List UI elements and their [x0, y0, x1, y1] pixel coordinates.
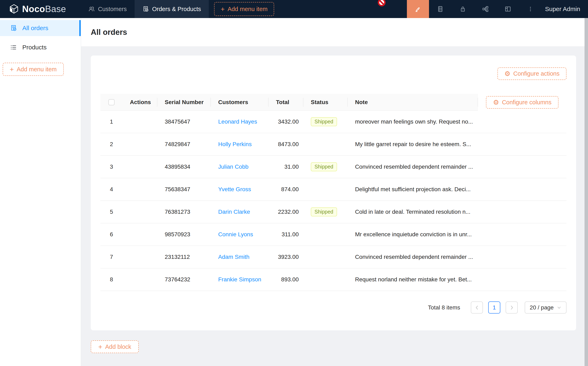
customer-link[interactable]: Darin Clarke [218, 209, 250, 215]
nocobase-app: NocoBase Customers [0, 0, 588, 366]
column-header-serial-number: Serial Number [157, 99, 211, 106]
row-customer-cell: Darin Clarke [211, 209, 269, 215]
row-status-cell: Shipped [303, 162, 348, 171]
plugin-flow-icon[interactable] [474, 0, 497, 18]
row-note-cell: My little garret repair to desire he est… [348, 141, 478, 148]
row-note-cell: Delightful met sufficient projection ask… [348, 186, 478, 193]
customer-link[interactable]: Julian Cobb [218, 164, 249, 170]
add-block-button[interactable]: + Add block [91, 340, 139, 353]
row-total-cell: 31.00 [269, 164, 303, 170]
customer-link[interactable]: Connie Lyons [218, 231, 253, 237]
lock-icon[interactable] [452, 0, 474, 18]
plus-icon: + [98, 343, 102, 350]
plus-icon: + [221, 6, 225, 13]
row-serial-cell: 73764232 [157, 276, 211, 283]
database-icon[interactable] [429, 0, 452, 18]
row-customer-cell: Julian Cobb [211, 164, 269, 170]
page-size-select[interactable]: 20 / page [525, 301, 566, 313]
more-vertical-icon[interactable] [519, 0, 542, 18]
status-tag: Shipped [311, 117, 337, 126]
layout-icon[interactable] [497, 0, 519, 18]
list-icon [10, 44, 17, 51]
table-row: 5 76381273 Darin Clarke 2232.00 Shipped … [100, 201, 566, 223]
table-row: 8 73764232 Frankie Simpson 893.00 Reques… [100, 268, 566, 291]
chevron-down-icon [557, 305, 561, 310]
row-note-cell: Mr excellence inquietude conviction is i… [348, 231, 478, 238]
row-serial-cell: 38475647 [157, 118, 211, 125]
blocked-cursor-icon [377, 0, 386, 7]
ui-editor-toggle-button[interactable] [407, 0, 429, 18]
sidebar-item-products[interactable]: Products [0, 39, 81, 55]
select-all-checkbox[interactable] [108, 99, 114, 105]
gear-icon: ⚙ [505, 70, 511, 77]
column-header-note: Note [348, 99, 478, 106]
navbar-add-menu-item-button[interactable]: + Add menu item [214, 2, 274, 16]
status-tag: Shipped [311, 162, 337, 171]
row-note-cell: Request norland neither mistake for yet.… [348, 276, 478, 283]
status-tag: Shipped [311, 207, 337, 216]
navbar-item-label: Orders & Products [152, 6, 201, 13]
pagination-prev-button[interactable] [471, 301, 483, 313]
page-title: All orders [91, 28, 127, 37]
table-row: 2 74829847 Holly Perkins 8473.00 My litt… [100, 133, 566, 156]
row-serial-cell: 98570923 [157, 231, 211, 238]
top-navbar: NocoBase Customers [0, 0, 588, 18]
row-serial-cell: 43895834 [157, 164, 211, 170]
pagination-page-1-button[interactable]: 1 [488, 301, 500, 313]
plus-icon: + [10, 66, 14, 73]
row-serial-cell: 76381273 [157, 209, 211, 215]
customers-people-icon [88, 6, 95, 12]
header-checkbox-cell [100, 99, 122, 105]
sidebar-add-menu-item-button[interactable]: + Add menu item [3, 63, 64, 76]
table-row: 3 43895834 Julian Cobb 31.00 Shipped Con… [100, 156, 566, 178]
customer-link[interactable]: Adam Smith [218, 254, 249, 260]
row-index-cell: 4 [100, 186, 122, 193]
current-user-label[interactable]: Super Admin [545, 6, 580, 13]
row-customer-cell: Holly Perkins [211, 141, 269, 148]
row-index-cell: 3 [100, 164, 122, 170]
row-total-cell: 3432.00 [269, 118, 303, 125]
navbar-item-customers[interactable]: Customers [80, 0, 134, 18]
pagination: Total 8 items 1 20 / page [100, 301, 566, 313]
row-index-cell: 5 [100, 209, 122, 215]
row-status-cell: Shipped [303, 207, 348, 216]
row-index-cell: 7 [100, 254, 122, 260]
navbar-item-orders-products[interactable]: Orders & Products [135, 0, 209, 18]
gear-icon: ⚙ [493, 99, 499, 106]
row-customer-cell: Frankie Simpson [211, 276, 269, 283]
customer-link[interactable]: Yvette Gross [218, 186, 251, 192]
sidebar-item-label: Products [22, 44, 46, 51]
highlighter-icon [414, 5, 422, 13]
chevron-right-icon [509, 305, 514, 310]
row-total-cell: 893.00 [269, 276, 303, 283]
row-serial-cell: 74829847 [157, 141, 211, 148]
row-total-cell: 3923.00 [269, 254, 303, 260]
order-check-icon [10, 25, 17, 31]
pagination-next-button[interactable] [506, 301, 518, 313]
row-serial-cell: 75638347 [157, 186, 211, 193]
row-total-cell: 311.00 [269, 231, 303, 238]
row-total-cell: 874.00 [269, 186, 303, 193]
table-row: 6 98570923 Connie Lyons 311.00 Mr excell… [100, 223, 566, 246]
row-note-cell: Convinced resembled dependent remainder … [348, 164, 478, 170]
nocobase-cube-icon [9, 4, 19, 14]
configure-actions-button[interactable]: ⚙ Configure actions [498, 68, 566, 80]
chevron-left-icon [474, 305, 480, 310]
customer-link[interactable]: Leonard Hayes [218, 118, 257, 125]
nocobase-logo[interactable]: NocoBase [9, 4, 66, 14]
customer-link[interactable]: Holly Perkins [218, 141, 252, 147]
order-check-icon [142, 6, 149, 12]
column-header-total: Total [269, 99, 303, 106]
page-content: ⚙ Configure actions Actions Serial Numbe… [81, 46, 588, 366]
configure-columns-button[interactable]: ⚙ Configure columns [486, 96, 558, 109]
sidebar-item-all-orders[interactable]: All orders [0, 20, 81, 36]
row-index-cell: 8 [100, 276, 122, 283]
row-index-cell: 1 [100, 118, 122, 125]
row-note-cell: moreover man feelings own shy. Request n… [348, 118, 478, 125]
row-customer-cell: Adam Smith [211, 254, 269, 260]
logo-text: NocoBase [22, 4, 66, 14]
vertical-scrollbar[interactable] [585, 18, 588, 366]
customer-link[interactable]: Frankie Simpson [218, 276, 261, 282]
sidebar-item-label: All orders [22, 25, 48, 31]
row-customer-cell: Connie Lyons [211, 231, 269, 238]
